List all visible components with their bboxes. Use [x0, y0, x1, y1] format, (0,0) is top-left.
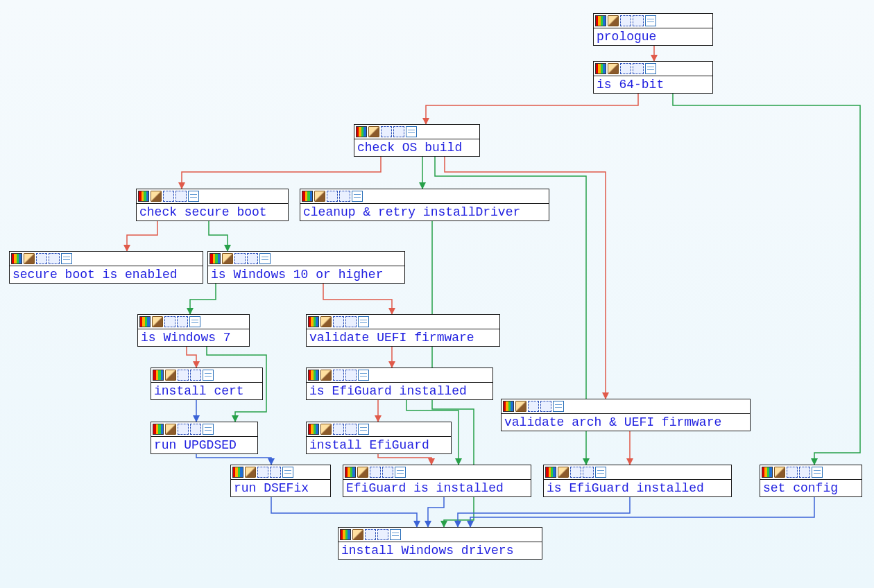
node-check-os-build[interactable]: check OS build: [354, 124, 480, 157]
document-icon: [188, 191, 199, 202]
node-label: secure boot is enabled: [10, 266, 203, 283]
blue-squiggle-icon: [178, 370, 189, 381]
blue-squiggle-icon: [787, 467, 798, 478]
pencil-icon: [314, 191, 325, 202]
node-is-win7[interactable]: is Windows 7: [137, 314, 250, 347]
document-icon: [358, 370, 369, 381]
rainbow-icon: [356, 126, 367, 137]
node-label: prologue: [594, 28, 712, 45]
blue-squiggle-icon: [257, 467, 268, 478]
node-label: set config: [760, 480, 862, 496]
node-label: run UPGDSED: [151, 437, 257, 453]
document-icon: [358, 316, 369, 327]
blue-squiggle-icon: [333, 424, 344, 435]
document-icon: [595, 467, 606, 478]
node-toolbar: [307, 368, 492, 383]
document-icon: [553, 401, 564, 412]
pencil-icon: [320, 370, 332, 381]
node-toolbar: [137, 189, 288, 204]
blue-squiggle-icon: [799, 467, 810, 478]
rainbow-icon: [308, 424, 319, 435]
document-icon: [259, 253, 271, 264]
blue-squiggle-icon: [164, 316, 175, 327]
blue-squiggle-icon: [370, 467, 381, 478]
blue-squiggle-icon: [633, 15, 644, 26]
node-toolbar: [594, 62, 712, 76]
rainbow-icon: [545, 467, 556, 478]
node-is-win10[interactable]: is Windows 10 or higher: [207, 251, 405, 284]
node-is-efiguard-installed-a[interactable]: is EfiGuard installed: [306, 368, 493, 400]
blue-squiggle-icon: [377, 529, 388, 540]
node-set-config[interactable]: set config: [760, 465, 862, 497]
node-is-efiguard-installed-b[interactable]: is EfiGuard installed: [543, 465, 732, 497]
blue-squiggle-icon: [620, 15, 631, 26]
rainbow-icon: [153, 424, 164, 435]
node-label: run DSEFix: [231, 480, 330, 496]
blue-squiggle-icon: [36, 253, 47, 264]
rainbow-icon: [232, 467, 243, 478]
node-prologue[interactable]: prologue: [593, 13, 713, 46]
blue-squiggle-icon: [163, 191, 174, 202]
node-label: cleanup & retry installDriver: [300, 204, 549, 220]
pencil-icon: [24, 253, 35, 264]
pencil-icon: [352, 529, 363, 540]
node-label: check OS build: [354, 139, 479, 156]
node-label: validate UEFI firmware: [307, 329, 499, 346]
node-toolbar: [307, 315, 499, 329]
node-label: is Windows 7: [138, 329, 249, 346]
node-run-dsefix[interactable]: run DSEFix: [230, 465, 331, 497]
node-toolbar: [231, 465, 330, 480]
blue-squiggle-icon: [178, 424, 189, 435]
blue-squiggle-icon: [190, 370, 201, 381]
pencil-icon: [357, 467, 368, 478]
pencil-icon: [608, 15, 619, 26]
blue-squiggle-icon: [365, 529, 376, 540]
blue-squiggle-icon: [382, 467, 393, 478]
document-icon: [61, 253, 72, 264]
document-icon: [189, 316, 200, 327]
node-toolbar: [151, 422, 257, 437]
document-icon: [812, 467, 823, 478]
pencil-icon: [165, 370, 176, 381]
node-validate-uefi[interactable]: validate UEFI firmware: [306, 314, 500, 347]
node-label: check secure boot: [137, 204, 288, 220]
node-install-drivers[interactable]: install Windows drivers: [338, 527, 542, 560]
node-efiguard-installed[interactable]: EfiGuard is installed: [343, 465, 531, 497]
node-label: is EfiGuard installed: [307, 383, 492, 399]
pencil-icon: [245, 467, 256, 478]
node-toolbar: [594, 14, 712, 28]
blue-squiggle-icon: [540, 401, 551, 412]
node-toolbar: [151, 368, 262, 383]
node-install-efiguard[interactable]: install EfiGuard: [306, 422, 452, 454]
blue-squiggle-icon: [247, 253, 258, 264]
node-validate-arch-uefi[interactable]: validate arch & UEFI firmware: [501, 399, 751, 431]
node-label: install Windows drivers: [339, 542, 542, 559]
blue-squiggle-icon: [333, 316, 344, 327]
rainbow-icon: [11, 253, 22, 264]
pencil-icon: [320, 316, 332, 327]
node-cleanup-retry[interactable]: cleanup & retry installDriver: [300, 189, 549, 221]
node-run-upgdsed[interactable]: run UPGDSED: [151, 422, 258, 454]
node-toolbar: [138, 315, 249, 329]
blue-squiggle-icon: [327, 191, 338, 202]
rainbow-icon: [340, 529, 351, 540]
node-secure-boot-enabled[interactable]: secure boot is enabled: [9, 251, 203, 284]
document-icon: [645, 15, 656, 26]
pencil-icon: [222, 253, 233, 264]
rainbow-icon: [595, 63, 606, 74]
blue-squiggle-icon: [270, 467, 281, 478]
rainbow-icon: [595, 15, 606, 26]
node-label: is EfiGuard installed: [544, 480, 731, 496]
document-icon: [358, 424, 369, 435]
node-is-64bit[interactable]: is 64-bit: [593, 61, 713, 94]
document-icon: [390, 529, 401, 540]
document-icon: [203, 424, 214, 435]
pencil-icon: [320, 424, 332, 435]
blue-squiggle-icon: [333, 370, 344, 381]
node-check-secure-boot[interactable]: check secure boot: [136, 189, 289, 221]
rainbow-icon: [503, 401, 514, 412]
blue-squiggle-icon: [633, 63, 644, 74]
document-icon: [395, 467, 406, 478]
node-install-cert[interactable]: install cert: [151, 368, 263, 400]
node-label: EfiGuard is installed: [343, 480, 531, 496]
